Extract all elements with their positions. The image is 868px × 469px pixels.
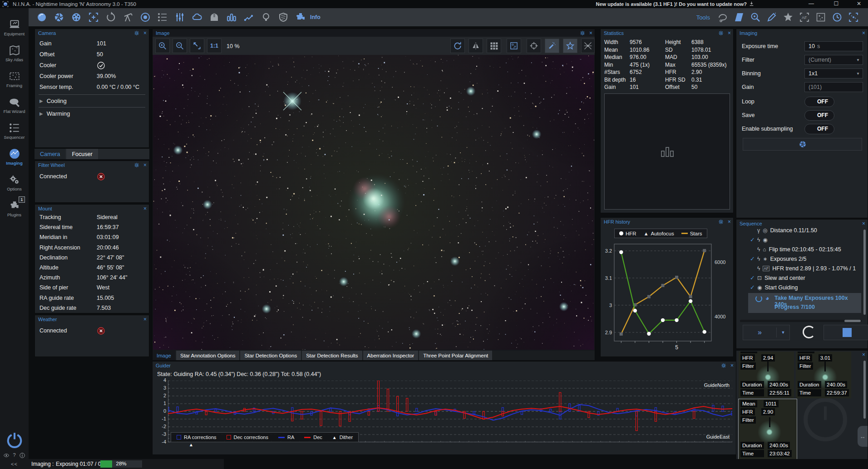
connector-icon[interactable]	[243, 12, 254, 23]
sequence-item[interactable]: ✓ϟ∗Exposures 2/5	[750, 254, 862, 264]
min-button[interactable]: —	[804, 0, 818, 8]
cooling-expander[interactable]: ▶Cooling	[39, 94, 145, 107]
telescope-icon[interactable]	[123, 12, 133, 23]
sequence-item[interactable]: ✓◉Start Guiding	[750, 283, 862, 292]
zoom-fit-button[interactable]	[190, 39, 204, 53]
focus-icon[interactable]	[88, 12, 99, 23]
gear-icon[interactable]	[718, 219, 724, 225]
grid-button[interactable]	[487, 39, 501, 53]
gear-icon[interactable]	[721, 363, 726, 368]
gain-input[interactable]: (101)	[804, 82, 863, 92]
warming-expander[interactable]: ▶Warming	[39, 107, 145, 120]
sequence-item[interactable]: ϟAFHFR trend 2.89 | 2.93 - 1.07% / 1	[750, 264, 862, 273]
close-icon[interactable]: ×	[862, 352, 865, 357]
close-icon[interactable]: ×	[862, 31, 865, 35]
flip-button[interactable]	[469, 39, 483, 53]
platesolve-icon[interactable]	[848, 12, 859, 23]
image-viewport[interactable]	[153, 55, 594, 350]
sidebar-item-framing[interactable]: Framing	[0, 66, 29, 92]
save-toggle[interactable]: OFF	[804, 110, 834, 121]
close-icon[interactable]: ×	[730, 363, 734, 368]
close-icon[interactable]: ×	[143, 317, 147, 322]
camera-icon[interactable]	[36, 12, 47, 23]
filter-select[interactable]: (Current)▼	[804, 55, 863, 65]
dome-icon[interactable]	[209, 12, 220, 23]
history-pullout-tab[interactable]: ↔	[858, 426, 868, 447]
flatpanel-icon[interactable]	[226, 12, 237, 23]
crosshair-button[interactable]	[527, 39, 541, 53]
one-to-one-button[interactable]: 1:1	[207, 39, 222, 53]
zoom-out-button[interactable]	[173, 39, 187, 53]
gear-icon[interactable]	[134, 162, 139, 168]
image-tab-star-detection-results[interactable]: Star Detection Results	[302, 351, 362, 360]
af-box-icon[interactable]: AF	[799, 12, 810, 23]
cloud-icon[interactable]	[192, 12, 202, 23]
image-tab-star-annotation-options[interactable]: Star Annotation Options	[176, 351, 239, 360]
close-button[interactable]: ✕	[852, 0, 866, 8]
tab-focuser[interactable]: Focuser	[66, 149, 98, 159]
skip-button[interactable]: » ▼	[743, 325, 790, 340]
eye-icon[interactable]	[3, 452, 10, 459]
star-detect-button[interactable]	[563, 39, 577, 53]
bulb-icon[interactable]	[261, 12, 271, 23]
max-button[interactable]: ☐	[829, 0, 843, 8]
image-tab-aberration-inspector[interactable]: Aberration Inspector	[363, 351, 419, 360]
history-scrollbar[interactable]	[863, 361, 866, 419]
history-thumbnail[interactable]: MeanHFR2.94FilterDuration240.00s Time22:…	[739, 352, 794, 398]
zoom-in-button[interactable]	[155, 39, 170, 53]
close-icon[interactable]: ×	[728, 31, 731, 35]
close-icon[interactable]: ×	[862, 221, 865, 226]
subsampling-toggle[interactable]: OFF	[804, 124, 834, 134]
sidebar-item-equipment[interactable]: Equipment	[0, 15, 29, 40]
history-thumbnail[interactable]: MeanHFR3.01FilterDuration240.00s Time22:…	[796, 352, 851, 398]
help-icon[interactable]: ?	[11, 452, 18, 459]
sidebar-item-flat-wizard[interactable]: Flat Wizard	[0, 92, 29, 118]
aperture-icon[interactable]	[54, 12, 64, 23]
power-button[interactable]	[6, 431, 23, 449]
stop-sequence-button[interactable]	[824, 325, 868, 340]
filterwheel-icon[interactable]	[71, 12, 82, 23]
image-tab-star-detection-options[interactable]: Star Detection Options	[240, 351, 301, 360]
shield-icon[interactable]	[278, 12, 289, 23]
image-tab-three-point-polar-alignment[interactable]: Three Point Polar Alignment	[419, 351, 492, 360]
sequence-item-selected[interactable]: ◕ Take Many Exposures 100x 240sProgress …	[748, 293, 861, 313]
sequence-item[interactable]: γ◎Distance 0.11/1.50	[750, 227, 862, 235]
sequence-item[interactable]: ✓⊡Slew and center	[750, 273, 862, 283]
sidebar-item-sequencer[interactable]: Sequencer	[0, 118, 29, 144]
close-icon[interactable]: ×	[589, 31, 592, 35]
rotator-icon[interactable]	[105, 12, 116, 23]
gear-icon[interactable]	[580, 30, 585, 36]
history-thumbnail[interactable]: Mean1011HFR2.90FilterDuration240.00s Tim…	[739, 399, 797, 459]
sequence-item[interactable]: ✓ϟ◉	[750, 235, 862, 244]
sheet-icon[interactable]	[734, 12, 745, 23]
sidebar-item-options[interactable]: Options	[0, 170, 29, 195]
binning-select[interactable]: 1x1▼	[804, 68, 863, 78]
lasso-icon[interactable]	[717, 12, 728, 23]
history-clock-icon[interactable]	[832, 12, 843, 23]
image-tab-image[interactable]: Image	[153, 351, 175, 360]
tab-camera[interactable]: Camera	[35, 149, 65, 159]
puzzle-icon[interactable]	[295, 12, 306, 23]
guider-icon[interactable]	[140, 12, 151, 23]
close-icon[interactable]: ×	[143, 163, 147, 167]
sequencer-icon[interactable]	[157, 12, 168, 23]
close-icon[interactable]: ×	[143, 31, 147, 35]
diffraction-spikes-button[interactable]	[581, 39, 595, 53]
sidebar-item-sky-atlas[interactable]: Sky Atlas	[0, 40, 29, 66]
gear-icon[interactable]	[718, 30, 724, 36]
search-planet-icon[interactable]	[750, 12, 761, 23]
star-annotation-button[interactable]	[507, 39, 521, 53]
star-gray-icon[interactable]	[783, 12, 794, 23]
close-icon[interactable]: ×	[728, 220, 731, 224]
sidebar-collapse-button[interactable]: <<	[0, 461, 29, 469]
auto-stretch-wand-button[interactable]	[545, 39, 559, 53]
sidebar-item-imaging[interactable]: Imaging	[0, 144, 29, 170]
close-icon[interactable]: ×	[143, 206, 147, 211]
skip-dropdown-caret[interactable]: ▼	[777, 330, 789, 335]
sequence-hscrollbar[interactable]	[740, 320, 862, 322]
pen-icon[interactable]	[766, 12, 777, 23]
sequence-item[interactable]: ϟ⌂Flip time 02:10:45 - 02:15:45	[750, 244, 862, 254]
gear-icon[interactable]	[134, 30, 139, 36]
sequence-scrollbar[interactable]	[863, 230, 866, 315]
start-capture-button[interactable]	[743, 138, 862, 151]
